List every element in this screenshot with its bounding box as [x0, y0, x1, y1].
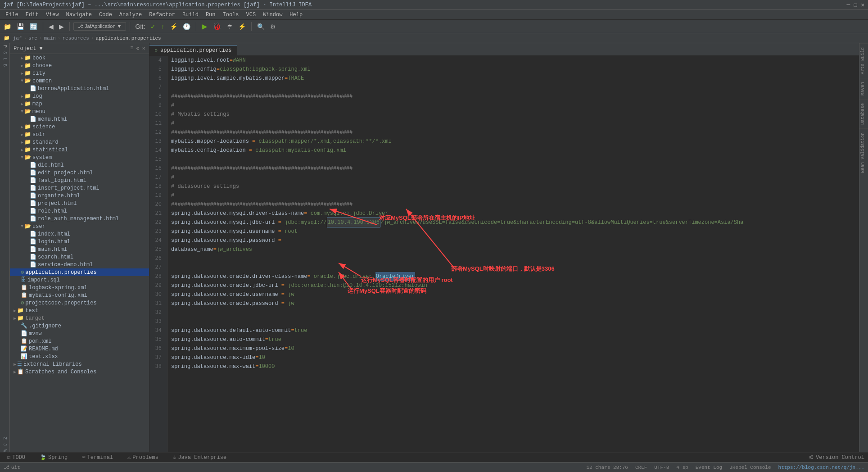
menu-edit[interactable]: Edit [22, 11, 42, 19]
toolbar-history[interactable]: 🕐 [181, 22, 192, 31]
toolbar-git[interactable]: Git: [134, 22, 147, 31]
project-close-icon[interactable]: ✕ [142, 45, 145, 52]
toolbar-search[interactable]: 🔍 [255, 22, 267, 31]
toolbar-open[interactable]: 📁 [2, 22, 13, 31]
jrebel-console-button[interactable]: JRebel Console [729, 465, 771, 470]
menu-view[interactable]: View [42, 11, 63, 19]
toolbar-forward[interactable]: ▶ [57, 22, 66, 31]
toolbar-run[interactable]: ▶ [200, 21, 209, 32]
toolbar-profile[interactable]: ⚡ [236, 22, 248, 31]
tree-item-project[interactable]: 📄project.html [10, 200, 149, 207]
tree-item-mybatis-config[interactable]: 📋mybatis-config.xml [10, 291, 149, 299]
tree-item-book[interactable]: ▶📁book [10, 54, 149, 62]
menu-run[interactable]: Run [202, 11, 219, 19]
tree-item-dic[interactable]: 📄dic.html [10, 161, 149, 169]
tree-item-system[interactable]: ▼📂system [10, 154, 149, 161]
toolbar-settings[interactable]: ⚙ [268, 22, 278, 31]
tree-item-role[interactable]: 📄role.html [10, 207, 149, 215]
tree-item-test-xlsx[interactable]: 📊test.xlsx [10, 353, 149, 360]
tree-item-science[interactable]: ▶📁science [10, 123, 149, 131]
sidebar-icon-jrebel[interactable]: J [2, 443, 7, 446]
bottom-tab-problems[interactable]: ⚠ Problems [124, 453, 162, 462]
project-settings-icon[interactable]: ⚙ [136, 45, 140, 52]
tree-item-service-demo[interactable]: 📄service-demo.html [10, 261, 149, 268]
project-collapse-icon[interactable]: ≡ [130, 45, 133, 52]
tree-item-role-auth[interactable]: 📄role_auth_management.html [10, 215, 149, 222]
tree-item-logback[interactable]: 📋logback-spring.xml [10, 284, 149, 291]
right-panel-database[interactable]: Database [859, 99, 868, 128]
tree-item-fast-login[interactable]: 📄fast_login.html [10, 177, 149, 184]
tree-item-gitignore[interactable]: 🔧.gitignore [10, 322, 149, 330]
tree-item-pom[interactable]: 📋pom.xml [10, 337, 149, 345]
tree-item-user[interactable]: ▼📂user [10, 222, 149, 230]
tree-item-index[interactable]: 📄index.html [10, 230, 149, 238]
tree-item-organize[interactable]: 📄organize.html [10, 192, 149, 200]
close-button[interactable]: ✕ [861, 1, 864, 9]
tree-item-mvnw[interactable]: 📄mvnw [10, 330, 149, 337]
tree-item-statistical[interactable]: ▶📁statistical [10, 146, 149, 154]
tree-item-insert-project[interactable]: 📄insert_project.html [10, 184, 149, 192]
tree-item-scratches[interactable]: ▶📋Scratches and Consoles [10, 368, 149, 376]
toolbar-coverage[interactable]: ☂ [225, 22, 235, 31]
menu-analyze[interactable]: Analyze [116, 11, 145, 19]
bottom-tab-todo[interactable]: ☑ TODO [4, 453, 29, 462]
tree-item-map[interactable]: ▶📁map [10, 100, 149, 108]
right-panel-maven[interactable]: Maven [859, 78, 868, 99]
breadcrumb-item-jaf[interactable]: 📁 jaf [4, 35, 22, 41]
tree-item-projectcode[interactable]: ⚙projectcode.properties [10, 299, 149, 307]
tree-item-application-props[interactable]: ⚙application.properties [10, 268, 149, 276]
tree-item-external-libs[interactable]: ▶☰External Libraries [10, 360, 149, 368]
menu-vcs[interactable]: VCS [243, 11, 260, 19]
tree-item-borrowapp[interactable]: 📄borrowApplication.html [10, 85, 149, 92]
breadcrumb-item-main[interactable]: main [44, 36, 55, 41]
menu-help[interactable]: Help [286, 11, 306, 19]
tree-item-common[interactable]: ▼📂common [10, 77, 149, 85]
sidebar-icon-web[interactable]: W [2, 449, 7, 452]
tree-item-test[interactable]: ▶📁test [10, 307, 149, 314]
tree-item-menu[interactable]: ▼📂menu [10, 108, 149, 115]
tree-item-login[interactable]: 📄login.html [10, 238, 149, 245]
menu-refactor[interactable]: Refactor [145, 11, 179, 19]
menu-code[interactable]: Code [95, 11, 116, 19]
toolbar-sync[interactable]: 🔄 [28, 22, 39, 31]
code-content[interactable]: logging.level.root=WARN logging.config=c… [167, 56, 859, 452]
tree-item-import-sql[interactable]: 🗄import.sql [10, 276, 149, 284]
tree-item-main-html[interactable]: 📄main.html [10, 245, 149, 253]
tree-item-city[interactable]: ▶📁city [10, 69, 149, 77]
tree-item-search[interactable]: 📄search.html [10, 253, 149, 261]
tree-item-target[interactable]: ▶📁target [10, 314, 149, 322]
menu-window[interactable]: Window [259, 11, 286, 19]
tab-application-properties[interactable]: ⚙ application.properties [149, 45, 237, 55]
menu-navigate[interactable]: Navigate [62, 11, 95, 19]
breadcrumb-item-resources[interactable]: resources [62, 36, 89, 41]
status-crlf[interactable]: CRLF [635, 465, 647, 470]
tree-item-log[interactable]: ▶📁log [10, 92, 149, 100]
sidebar-icon-structure[interactable]: S [2, 51, 7, 54]
event-log-button[interactable]: Event Log [696, 465, 722, 470]
version-control-tab[interactable]: ⑆ Version Control [809, 454, 864, 461]
bottom-tab-spring[interactable]: 🍃 Spring [36, 453, 71, 462]
restore-button[interactable]: ❐ [854, 1, 857, 9]
toolbar-debug[interactable]: 🐞 [211, 21, 223, 32]
git-branch-selector[interactable]: ⎇ JafApplication ▼ [73, 22, 126, 31]
minimize-button[interactable]: — [847, 1, 850, 9]
sidebar-icon-learn[interactable]: L [2, 58, 7, 60]
tree-item-standard[interactable]: ▶📁standard [10, 138, 149, 146]
breadcrumb-item-file[interactable]: application.properties [95, 36, 161, 41]
sidebar-icon-project[interactable]: P [2, 45, 7, 48]
toolbar-update[interactable]: ↑ [159, 22, 166, 31]
breadcrumb-item-src[interactable]: src [28, 36, 37, 41]
sidebar-icon-z[interactable]: Z [2, 437, 7, 440]
toolbar-push[interactable]: ⚡ [168, 22, 179, 31]
toolbar-save[interactable]: 💾 [15, 22, 26, 31]
menu-file[interactable]: File [2, 11, 22, 19]
tree-item-menu-html[interactable]: 📄menu.html [10, 115, 149, 123]
bottom-tab-terminal[interactable]: ⌨ Terminal [78, 453, 117, 462]
sidebar-icon-bookmarks[interactable]: B [2, 64, 7, 67]
bottom-tab-java-enterprise[interactable]: ☕ Java Enterprise [169, 453, 230, 462]
tree-item-solr[interactable]: ▶📁solr [10, 131, 149, 138]
tree-item-edit-project[interactable]: 📄edit_project.html [10, 169, 149, 177]
right-panel-bean-validation[interactable]: Bean Validation [859, 128, 868, 177]
toolbar-checkmark[interactable]: ✓ [149, 22, 158, 31]
tree-item-choose[interactable]: ▶📁choose [10, 62, 149, 69]
